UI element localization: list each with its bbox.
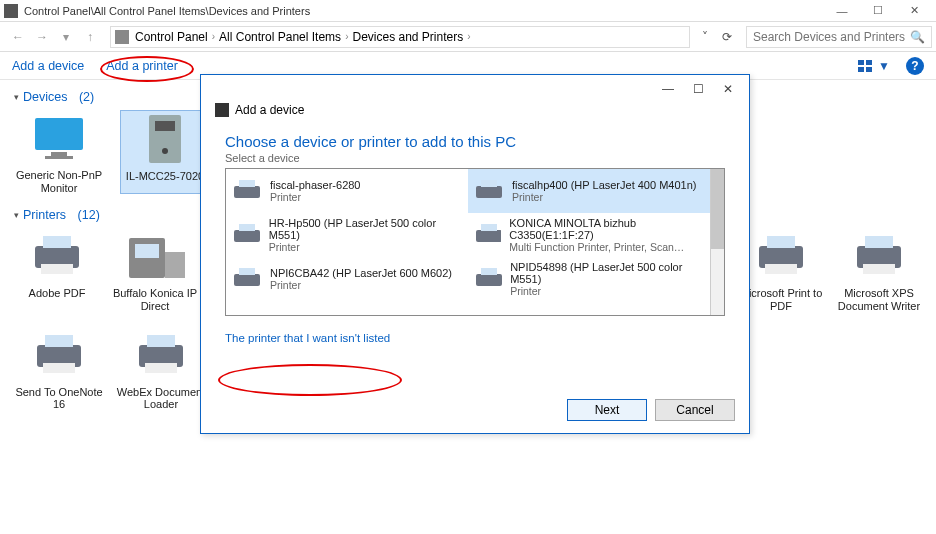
window-titlebar: Control Panel\All Control Panel Items\De… [0,0,936,22]
device-label: IL-MCC25-7020 [121,170,209,183]
search-icon: 🔍 [910,30,925,44]
device-item-monitor[interactable]: Generic Non-PnP Monitor [14,110,104,194]
svg-rect-14 [165,252,185,278]
printer-icon [751,228,811,284]
printer-label: Buffalo Konica IP Direct [112,287,198,312]
device-item-pc[interactable]: IL-MCC25-7020 [120,110,210,194]
collapse-icon: ▾ [14,210,19,220]
maximize-button[interactable]: ☐ [860,1,896,21]
svg-rect-6 [45,156,73,159]
svg-rect-32 [234,274,260,286]
printer-item[interactable]: Microsoft XPS Document Writer [836,228,922,312]
device-option[interactable]: KONICA MINOLTA bizhub C3350(E1:1F:27)Mul… [468,213,710,257]
scrollbar-thumb[interactable] [711,169,724,249]
svg-rect-18 [765,264,797,274]
dialog-minimize-button[interactable]: — [653,79,683,99]
dialog-maximize-button[interactable]: ☐ [683,79,713,99]
printer-item[interactable]: Buffalo Konica IP Direct [112,228,198,312]
printer-icon [474,266,502,292]
add-device-command[interactable]: Add a device [12,59,84,73]
forward-button[interactable]: → [32,27,52,47]
up-button[interactable]: ↑ [80,27,100,47]
next-button[interactable]: Next [567,399,647,421]
pc-icon [135,111,195,167]
list-scrollbar[interactable] [710,169,724,315]
svg-rect-28 [234,186,260,198]
view-icon [858,60,874,72]
printer-icon [232,266,262,292]
device-option[interactable]: NPID54898 (HP LaserJet 500 color M551)Pr… [468,257,710,301]
svg-rect-23 [45,335,73,347]
svg-rect-8 [155,121,175,131]
svg-rect-27 [145,363,177,373]
svg-rect-39 [481,268,497,275]
recent-button[interactable]: ▾ [56,27,76,47]
collapse-icon: ▾ [14,92,19,102]
printer-icon [232,222,261,248]
svg-rect-29 [239,180,255,187]
svg-rect-11 [43,236,71,248]
svg-rect-12 [41,264,73,274]
svg-rect-34 [476,186,502,198]
printer-label: Microsoft XPS Document Writer [836,287,922,312]
app-icon [4,4,18,18]
printer-icon [125,228,185,284]
crumb-1[interactable]: All Control Panel Items [219,30,341,44]
printer-icon [29,327,89,383]
printer-item[interactable]: Adobe PDF [14,228,100,312]
printer-label: Adobe PDF [14,287,100,300]
add-printer-command[interactable]: Add a printer [106,59,178,73]
monitor-icon [29,110,89,166]
dialog-subheading: Select a device [225,152,725,164]
dialog-heading: Choose a device or printer to add to thi… [225,133,725,150]
address-dropdown[interactable]: ˅ [696,30,714,44]
search-box[interactable]: 🔍 [746,26,932,48]
printer-icon [474,178,504,204]
svg-rect-33 [239,268,255,275]
printer-icon [131,327,191,383]
svg-rect-17 [767,236,795,248]
svg-rect-37 [481,224,497,231]
printer-item[interactable]: Send To OneNote 16 [14,327,104,411]
printer-icon [27,228,87,284]
minimize-button[interactable]: — [824,1,860,21]
back-button[interactable]: ← [8,27,28,47]
printer-icon [849,228,909,284]
printer-icon [474,222,501,248]
device-list: fiscal-phaser-6280Printer HR-Hp500 (HP L… [225,168,725,316]
chevron-down-icon: ▼ [878,59,890,73]
svg-rect-3 [866,67,872,72]
printer-label: WebEx Document Loader [116,386,206,411]
navigation-bar: ← → ▾ ↑ Control Panel› All Control Panel… [0,22,936,52]
device-option-selected[interactable]: fiscalhp400 (HP LaserJet 400 M401n)Print… [468,169,710,213]
search-input[interactable] [753,30,910,44]
svg-rect-35 [481,180,497,187]
help-button[interactable]: ? [906,57,924,75]
svg-rect-38 [476,274,502,286]
cancel-button[interactable]: Cancel [655,399,735,421]
dialog-title: Add a device [235,103,304,117]
device-label: Generic Non-PnP Monitor [14,169,104,194]
svg-rect-4 [35,118,83,150]
device-option[interactable]: NPI6CBA42 (HP LaserJet 600 M602)Printer [226,257,468,301]
svg-rect-5 [51,152,67,156]
svg-rect-15 [135,244,159,258]
view-menu[interactable]: ▼ [852,59,896,73]
close-button[interactable]: ✕ [896,1,932,21]
breadcrumb[interactable]: Control Panel› All Control Panel Items› … [110,26,690,48]
device-option[interactable]: HR-Hp500 (HP LaserJet 500 color M551)Pri… [226,213,468,257]
location-icon [115,30,129,44]
printer-not-listed-link[interactable]: The printer that I want isn't listed [225,332,390,344]
device-option[interactable]: fiscal-phaser-6280Printer [226,169,468,213]
dialog-icon [215,103,229,117]
svg-rect-31 [239,224,255,231]
dialog-close-button[interactable]: ✕ [713,79,743,99]
crumb-0[interactable]: Control Panel [135,30,208,44]
refresh-button[interactable]: ⟳ [714,30,740,44]
crumb-2[interactable]: Devices and Printers [352,30,463,44]
svg-rect-20 [865,236,893,248]
svg-point-9 [162,148,168,154]
printer-item[interactable]: WebEx Document Loader [116,327,206,411]
svg-rect-30 [234,230,260,242]
printer-item[interactable]: Microsoft Print to PDF [738,228,824,312]
